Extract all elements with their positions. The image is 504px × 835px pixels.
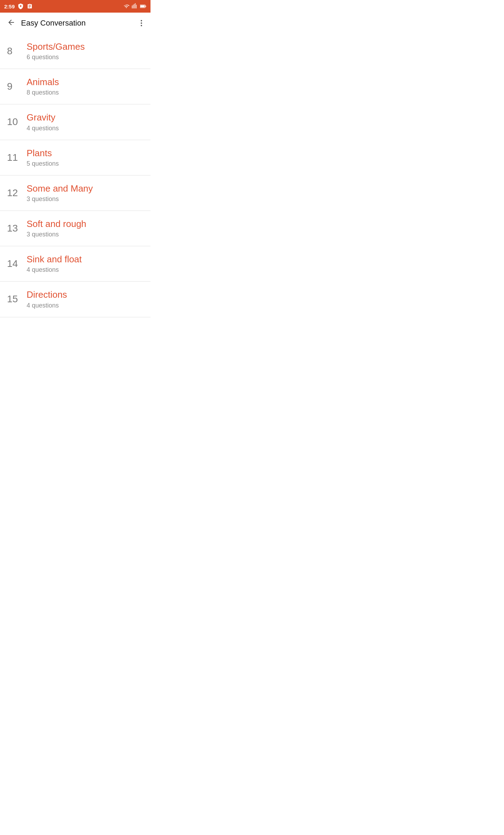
battery-icon bbox=[140, 3, 146, 9]
item-number-2: 10 bbox=[7, 116, 27, 127]
status-time: 2:59 bbox=[4, 4, 15, 9]
list-item[interactable]: 9 Animals 8 questions bbox=[0, 69, 150, 104]
item-title-7: Directions bbox=[27, 289, 144, 300]
item-content-1: Animals 8 questions bbox=[27, 77, 144, 96]
item-content-7: Directions 4 questions bbox=[27, 289, 144, 309]
toolbar-left: Easy Conversation bbox=[6, 17, 86, 29]
item-number-6: 14 bbox=[7, 258, 27, 269]
item-title-0: Sports/Games bbox=[27, 41, 144, 52]
list-item[interactable]: 15 Directions 4 questions bbox=[0, 282, 150, 317]
status-bar-right bbox=[123, 3, 146, 9]
list-item[interactable]: 8 Sports/Games 6 questions bbox=[0, 34, 150, 69]
item-number-1: 9 bbox=[7, 81, 27, 92]
svg-rect-2 bbox=[140, 5, 145, 7]
item-number-0: 8 bbox=[7, 46, 27, 57]
item-number-3: 11 bbox=[7, 152, 27, 163]
list-item[interactable]: 10 Gravity 4 questions bbox=[0, 104, 150, 140]
signal-icon bbox=[132, 3, 138, 9]
more-dot-1 bbox=[141, 20, 142, 21]
more-dot-3 bbox=[141, 25, 142, 26]
item-title-4: Some and Many bbox=[27, 183, 144, 194]
item-title-2: Gravity bbox=[27, 112, 144, 123]
item-subtitle-4: 3 questions bbox=[27, 195, 144, 203]
status-bar-left: 2:59 bbox=[4, 3, 33, 9]
item-number-4: 12 bbox=[7, 187, 27, 199]
item-title-5: Soft and rough bbox=[27, 219, 144, 229]
toolbar: Easy Conversation bbox=[0, 13, 150, 34]
item-subtitle-3: 5 questions bbox=[27, 160, 144, 167]
wifi-icon bbox=[123, 3, 130, 9]
status-bar: 2:59 bbox=[0, 0, 150, 13]
more-options-button[interactable] bbox=[138, 19, 145, 28]
item-number-5: 13 bbox=[7, 223, 27, 234]
item-title-1: Animals bbox=[27, 77, 144, 88]
item-subtitle-6: 4 questions bbox=[27, 266, 144, 274]
list-item[interactable]: 12 Some and Many 3 questions bbox=[0, 175, 150, 211]
item-content-3: Plants 5 questions bbox=[27, 148, 144, 167]
item-content-5: Soft and rough 3 questions bbox=[27, 219, 144, 238]
svg-point-0 bbox=[20, 5, 22, 7]
item-subtitle-0: 6 questions bbox=[27, 54, 144, 61]
svg-rect-3 bbox=[145, 6, 146, 7]
item-subtitle-7: 4 questions bbox=[27, 302, 144, 309]
item-content-6: Sink and float 4 questions bbox=[27, 254, 144, 274]
back-button[interactable] bbox=[6, 17, 17, 29]
item-subtitle-2: 4 questions bbox=[27, 125, 144, 132]
list-item[interactable]: 14 Sink and float 4 questions bbox=[0, 246, 150, 282]
list-item[interactable]: 13 Soft and rough 3 questions bbox=[0, 211, 150, 246]
shield-icon bbox=[18, 3, 24, 9]
item-content-4: Some and Many 3 questions bbox=[27, 183, 144, 203]
item-subtitle-5: 3 questions bbox=[27, 231, 144, 238]
page-title: Easy Conversation bbox=[21, 19, 86, 28]
list-item[interactable]: 11 Plants 5 questions bbox=[0, 140, 150, 175]
clipboard-icon bbox=[27, 3, 33, 9]
item-subtitle-1: 8 questions bbox=[27, 89, 144, 96]
item-content-0: Sports/Games 6 questions bbox=[27, 41, 144, 61]
item-number-7: 15 bbox=[7, 294, 27, 305]
topic-list: 8 Sports/Games 6 questions 9 Animals 8 q… bbox=[0, 34, 150, 317]
more-dot-2 bbox=[141, 22, 142, 24]
item-content-2: Gravity 4 questions bbox=[27, 112, 144, 132]
item-title-3: Plants bbox=[27, 148, 144, 159]
item-title-6: Sink and float bbox=[27, 254, 144, 265]
